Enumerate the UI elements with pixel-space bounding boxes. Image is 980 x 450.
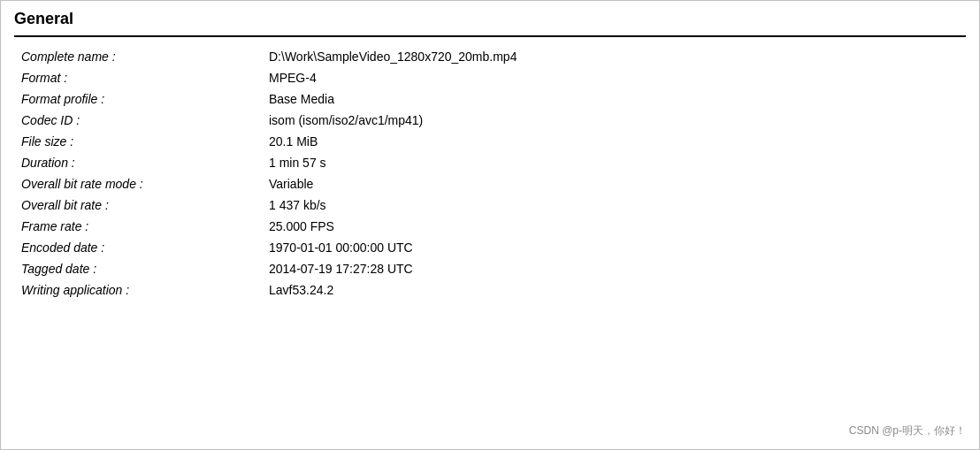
field-value: 25.000 FPS: [262, 216, 966, 237]
section-title: General: [14, 10, 966, 37]
field-value: Variable: [262, 173, 966, 194]
main-container: General Complete name :D:\Work\SampleVid…: [0, 0, 980, 450]
watermark: CSDN @p-明天，你好！: [849, 423, 966, 439]
table-row: Frame rate :25.000 FPS: [14, 216, 966, 237]
table-row: Overall bit rate mode :Variable: [14, 173, 966, 194]
field-value: Base Media: [262, 88, 966, 110]
field-value: 1 min 57 s: [262, 152, 966, 173]
field-label: Overall bit rate mode :: [14, 173, 262, 194]
field-value: 2014-07-19 17:27:28 UTC: [262, 258, 966, 279]
field-label: Complete name :: [14, 46, 262, 67]
table-row: Codec ID :isom (isom/iso2/avc1/mp41): [14, 110, 966, 131]
field-value: Lavf53.24.2: [262, 279, 966, 301]
field-label: Duration :: [14, 152, 262, 173]
field-label: Tagged date :: [14, 258, 262, 279]
field-value: isom (isom/iso2/avc1/mp41): [262, 110, 966, 131]
field-label: Format :: [14, 67, 262, 88]
table-row: File size :20.1 MiB: [14, 131, 966, 152]
field-label: Format profile :: [14, 88, 262, 110]
field-value: 20.1 MiB: [262, 131, 966, 152]
table-row: Duration :1 min 57 s: [14, 152, 966, 173]
field-label: Overall bit rate :: [14, 194, 262, 216]
table-row: Writing application :Lavf53.24.2: [14, 279, 966, 301]
table-row: Format :MPEG-4: [14, 67, 966, 88]
field-value: 1970-01-01 00:00:00 UTC: [262, 237, 966, 258]
field-label: Writing application :: [14, 279, 262, 301]
field-value: D:\Work\SampleVideo_1280x720_20mb.mp4: [262, 46, 966, 67]
table-row: Format profile :Base Media: [14, 88, 966, 110]
field-value: 1 437 kb/s: [262, 194, 966, 216]
table-row: Overall bit rate :1 437 kb/s: [14, 194, 966, 216]
field-label: Frame rate :: [14, 216, 262, 237]
table-row: Complete name :D:\Work\SampleVideo_1280x…: [14, 46, 966, 67]
table-row: Tagged date :2014-07-19 17:27:28 UTC: [14, 258, 966, 279]
field-label: File size :: [14, 131, 262, 152]
table-row: Encoded date :1970-01-01 00:00:00 UTC: [14, 237, 966, 258]
field-value: MPEG-4: [262, 67, 966, 88]
field-label: Encoded date :: [14, 237, 262, 258]
info-table: Complete name :D:\Work\SampleVideo_1280x…: [14, 46, 966, 301]
field-label: Codec ID :: [14, 110, 262, 131]
